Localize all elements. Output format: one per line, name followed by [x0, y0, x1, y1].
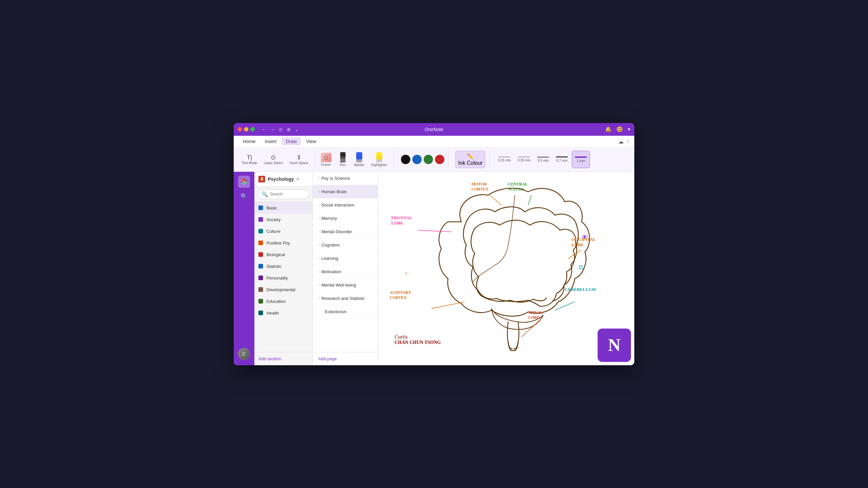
expand-icon-mental-well-being: ›	[318, 283, 319, 287]
page-label-learning: Learning	[321, 256, 339, 261]
insert-space-button[interactable]: ⇕ Insert Space	[287, 151, 311, 168]
home-button[interactable]: ⊙	[279, 127, 283, 132]
section-item-developmental[interactable]: Developmental	[254, 284, 312, 296]
author-full-name: CHAN CHUN TSONG	[395, 340, 441, 345]
cloud-icon[interactable]: ☁	[618, 138, 624, 145]
stroke-1mm[interactable]: 1 mm	[572, 151, 590, 168]
section-item-culture[interactable]: Culture	[254, 226, 312, 237]
minimize-button[interactable]	[244, 127, 248, 131]
user-avatar[interactable]: C	[238, 348, 250, 360]
lasso-select-button[interactable]: ⊙ Lasso Select	[261, 151, 285, 168]
section-dot-society	[258, 217, 263, 222]
marker-button[interactable]: Marker	[351, 151, 367, 168]
page-item-eclecticism[interactable]: Eclecticism	[313, 305, 378, 319]
highlighter-label: Highlighter	[371, 163, 387, 167]
back-button[interactable]: ←	[261, 127, 266, 132]
menu-draw[interactable]: Draw	[282, 137, 301, 145]
nav-extra-button[interactable]: ⊕	[287, 127, 291, 132]
pen-button[interactable]: Pen	[336, 151, 350, 168]
page-label-eclecticism: Eclecticism	[325, 309, 346, 314]
expand-icon-mental-disorder: ›	[318, 229, 319, 233]
maximize-button[interactable]	[250, 127, 255, 131]
color-black[interactable]	[401, 155, 410, 164]
ink-colour-icon: ✏️	[467, 153, 474, 159]
search-input-wrap: 🔍	[258, 190, 309, 199]
stroke-07[interactable]: 0.7 mm	[553, 151, 570, 168]
text-mode-button[interactable]: T| Text Mode	[239, 151, 260, 168]
expand-icon-motivation: ›	[318, 269, 319, 273]
sidebar-search-icon[interactable]: 🔍	[238, 191, 250, 202]
section-item-positive-psy[interactable]: Positive Psy	[254, 237, 312, 249]
page-item-research-statistic[interactable]: › Research and Statistic	[313, 292, 378, 305]
page-item-psy-is-science[interactable]: › Psy Is Science	[313, 172, 378, 185]
notebook-header[interactable]: 📔 Psychology ▾	[254, 172, 312, 187]
eraser-button[interactable]: ◻ Eraser	[318, 151, 334, 168]
canvas-area[interactable]: MOTORCORTEX CENTRALSCLCUS FRONTALLOBE OC…	[378, 172, 634, 365]
stroke-035[interactable]: 0.35 mm	[515, 151, 533, 168]
sidebar: 📚 🔍 C	[234, 172, 254, 365]
balance-icon: ⚖	[578, 263, 584, 271]
eraser-label: Eraser	[321, 163, 331, 166]
page-item-mental-well-being[interactable]: › Mental Well-being	[313, 279, 378, 292]
section-dot-basic	[258, 205, 263, 210]
menu-view[interactable]: View	[302, 137, 320, 145]
page-item-social-interaction[interactable]: › Social interaction	[313, 198, 378, 212]
section-item-biological[interactable]: Biological	[254, 249, 312, 261]
section-dot-personality	[258, 275, 263, 280]
section-item-statistic[interactable]: Statistic	[254, 261, 312, 272]
label-spinal-cord: SPINALCORD	[528, 310, 543, 321]
stroke-05[interactable]: 0.5 mm	[534, 151, 552, 168]
menu-insert[interactable]: Insert	[261, 137, 280, 145]
page-label-social-interaction: Social interaction	[321, 202, 354, 207]
section-item-personality[interactable]: Personality	[254, 272, 312, 284]
color-green[interactable]	[424, 155, 433, 164]
section-item-education[interactable]: Education	[254, 296, 312, 307]
page-item-motivation[interactable]: › Motivation	[313, 265, 378, 279]
section-item-health[interactable]: Health	[254, 307, 312, 319]
title-bar: ← → ⊙ ⊕ ⌄ OneNote 🔔 😊 ▾	[234, 123, 634, 136]
add-section-button[interactable]: Add section	[254, 352, 312, 365]
pen-icon	[340, 152, 345, 162]
color-blue[interactable]	[412, 155, 422, 164]
expand-icon-cognition: ›	[318, 243, 319, 247]
text-mode-label: Text Mode	[242, 161, 257, 165]
page-label-psy-is-science: Psy Is Science	[321, 176, 350, 181]
notification-icon[interactable]: 🔔	[605, 126, 612, 132]
dropdown-icon[interactable]: ▾	[628, 126, 630, 132]
label-central-sclcus: CENTRALSCLCUS	[508, 182, 528, 192]
ink-colour-button[interactable]: ✏️ Ink Colour	[455, 151, 486, 168]
pages-panel: › Psy Is Science › Human Brain › Social …	[313, 172, 378, 365]
close-button[interactable]	[238, 127, 242, 131]
insert-space-icon: ⇕	[297, 155, 302, 160]
more-nav-button[interactable]: ⌄	[295, 127, 299, 132]
text-tools-group: T| Text Mode ⊙ Lasso Select ⇕ Insert Spa…	[239, 151, 315, 168]
share-icon[interactable]: ↑	[626, 138, 629, 145]
user-avatar-image: C	[238, 348, 250, 360]
section-label-society: Society	[267, 217, 281, 222]
section-item-basic[interactable]: Basic	[254, 202, 312, 214]
emoji-icon[interactable]: 😊	[616, 126, 623, 132]
pen-label: Pen	[340, 163, 346, 167]
stroke-025[interactable]: 0.25 mm	[495, 151, 514, 168]
pages-list: › Psy Is Science › Human Brain › Social …	[313, 172, 378, 352]
page-label-mental-disorder: Mental Disorder	[321, 229, 352, 234]
page-item-learning[interactable]: › Learning	[313, 252, 378, 265]
page-label-human-brain: Human Brain	[321, 189, 347, 194]
highlighter-button[interactable]: Highlighter	[369, 151, 390, 168]
search-input[interactable]	[270, 192, 306, 196]
sidebar-notebooks-icon[interactable]: 📚	[238, 176, 250, 188]
page-item-cognition[interactable]: › Cognition	[313, 238, 378, 252]
section-item-society[interactable]: Society	[254, 214, 312, 226]
page-item-mental-disorder[interactable]: › Mental Disorder	[313, 225, 378, 238]
eye-icon: 👁	[582, 233, 588, 241]
notebook-chevron: ▾	[297, 177, 299, 182]
menu-home[interactable]: Home	[239, 137, 259, 145]
page-item-human-brain[interactable]: › Human Brain	[313, 185, 378, 198]
sections-list: Basic Society Culture Positive Psy Biolo…	[254, 202, 312, 352]
ink-colour-group: ✏️ Ink Colour	[452, 151, 490, 168]
color-red[interactable]	[435, 155, 444, 164]
add-page-button[interactable]: Add page	[313, 352, 378, 365]
forward-button[interactable]: →	[270, 127, 275, 132]
page-item-memory[interactable]: › Memory	[313, 212, 378, 225]
stroke-05-label: 0.5 mm	[538, 159, 549, 162]
